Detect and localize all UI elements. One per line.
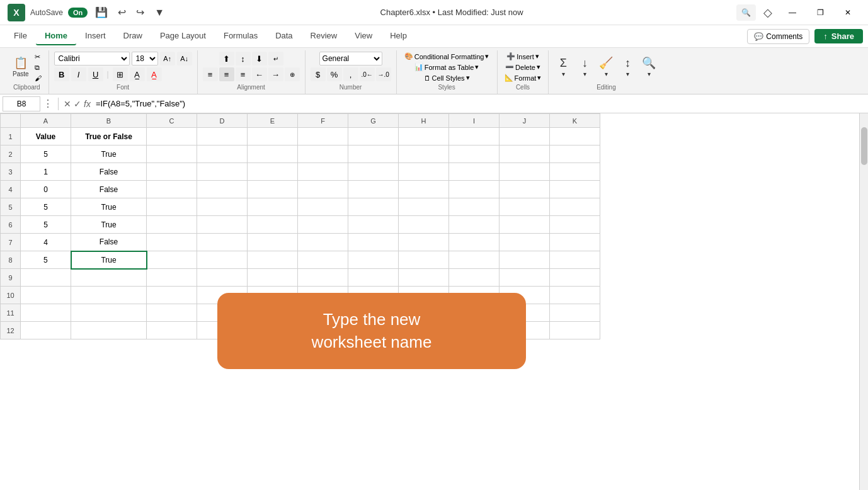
cell-H8[interactable] bbox=[399, 251, 449, 269]
cell-K9[interactable] bbox=[550, 269, 600, 287]
minimize-button[interactable]: — bbox=[780, 3, 805, 22]
formula-input[interactable] bbox=[93, 96, 865, 111]
cell-E12[interactable] bbox=[248, 322, 298, 339]
col-header-A[interactable]: A bbox=[21, 114, 71, 128]
cell-A5[interactable]: 5 bbox=[21, 198, 71, 216]
cell-J11[interactable] bbox=[500, 304, 550, 322]
cell-B5[interactable]: True bbox=[71, 198, 147, 216]
underline-button[interactable]: U bbox=[88, 67, 103, 81]
col-header-I[interactable]: I bbox=[449, 114, 500, 128]
col-header-B[interactable]: B bbox=[71, 114, 147, 128]
row-header-12[interactable]: 12 bbox=[1, 322, 21, 339]
cell-J1[interactable] bbox=[500, 128, 550, 145]
cell-E1[interactable] bbox=[248, 128, 298, 145]
font-color-button[interactable]: A̲ bbox=[147, 67, 162, 81]
align-center-button[interactable]: ≡ bbox=[219, 67, 234, 81]
cell-D7[interactable] bbox=[197, 234, 248, 251]
cell-A6[interactable]: 5 bbox=[21, 216, 71, 234]
cell-E7[interactable] bbox=[248, 234, 298, 251]
cell-A2[interactable]: 5 bbox=[21, 145, 71, 163]
col-header-D[interactable]: D bbox=[197, 114, 248, 128]
row-header-8[interactable]: 8 bbox=[1, 251, 21, 269]
formula-bar-more-icon[interactable]: ⋮ bbox=[43, 98, 53, 110]
formula-confirm-icon[interactable]: ✓ bbox=[74, 99, 81, 109]
cell-D3[interactable] bbox=[197, 163, 248, 181]
search-box[interactable]: 🔍 bbox=[736, 4, 756, 21]
cell-E9[interactable] bbox=[248, 269, 298, 287]
col-header-F[interactable]: F bbox=[298, 114, 348, 128]
font-family-select[interactable]: Calibri bbox=[54, 52, 130, 66]
cell-H1[interactable] bbox=[399, 128, 449, 145]
font-size-select[interactable]: 18 bbox=[132, 52, 158, 66]
row-header-5[interactable]: 5 bbox=[1, 198, 21, 216]
cell-J7[interactable] bbox=[500, 234, 550, 251]
cell-J5[interactable] bbox=[500, 198, 550, 216]
cell-F7[interactable] bbox=[298, 234, 348, 251]
decrease-decimal-button[interactable]: .0← bbox=[360, 67, 375, 81]
cell-J8[interactable] bbox=[500, 251, 550, 269]
cell-G1[interactable] bbox=[348, 128, 399, 145]
cell-C11[interactable] bbox=[147, 304, 197, 322]
cell-B3[interactable]: False bbox=[71, 163, 147, 181]
row-header-3[interactable]: 3 bbox=[1, 163, 21, 181]
currency-button[interactable]: $ bbox=[311, 67, 326, 81]
cell-D11[interactable] bbox=[197, 304, 248, 322]
cell-K11[interactable] bbox=[550, 304, 600, 322]
cell-I5[interactable] bbox=[449, 198, 500, 216]
cell-B8[interactable]: True bbox=[71, 251, 147, 269]
cell-C2[interactable] bbox=[147, 145, 197, 163]
cell-F11[interactable] bbox=[298, 304, 348, 322]
paste-button[interactable]: 📋 Paste bbox=[10, 55, 31, 79]
cell-K12[interactable] bbox=[550, 322, 600, 339]
cell-A4[interactable]: 0 bbox=[21, 181, 71, 198]
italic-button[interactable]: I bbox=[71, 67, 86, 81]
sort-filter-button[interactable]: ↕ ▾ bbox=[618, 55, 637, 79]
menu-tab-insert[interactable]: Insert bbox=[76, 27, 115, 45]
cell-K6[interactable] bbox=[550, 216, 600, 234]
cell-J6[interactable] bbox=[500, 216, 550, 234]
row-header-2[interactable]: 2 bbox=[1, 145, 21, 163]
cell-A7[interactable]: 4 bbox=[21, 234, 71, 251]
cell-J9[interactable] bbox=[500, 269, 550, 287]
align-bottom-button[interactable]: ⬇ bbox=[252, 52, 267, 66]
cell-G3[interactable] bbox=[348, 163, 399, 181]
clear-button[interactable]: 🧹 ▾ bbox=[597, 55, 615, 79]
cell-I3[interactable] bbox=[449, 163, 500, 181]
cell-F12[interactable] bbox=[298, 322, 348, 339]
cell-F3[interactable] bbox=[298, 163, 348, 181]
cell-F8[interactable] bbox=[298, 251, 348, 269]
cell-F5[interactable] bbox=[298, 198, 348, 216]
cell-G6[interactable] bbox=[348, 216, 399, 234]
cell-D2[interactable] bbox=[197, 145, 248, 163]
share-button[interactable]: ↑ Share bbox=[814, 29, 863, 43]
menu-tab-review[interactable]: Review bbox=[302, 27, 346, 45]
cell-F1[interactable] bbox=[298, 128, 348, 145]
cell-H2[interactable] bbox=[399, 145, 449, 163]
cell-C3[interactable] bbox=[147, 163, 197, 181]
conditional-formatting-button[interactable]: 🎨 Conditional Formatting ▾ bbox=[403, 52, 491, 61]
increase-font-button[interactable]: A↑ bbox=[160, 52, 175, 66]
cell-F6[interactable] bbox=[298, 216, 348, 234]
cell-A12[interactable] bbox=[21, 322, 71, 339]
cell-C9[interactable] bbox=[147, 269, 197, 287]
delete-button[interactable]: ➖ Delete ▾ bbox=[503, 62, 542, 72]
cell-K8[interactable] bbox=[550, 251, 600, 269]
format-painter-button[interactable]: 🖌 bbox=[33, 74, 43, 83]
cell-H4[interactable] bbox=[399, 181, 449, 198]
cell-H9[interactable] bbox=[399, 269, 449, 287]
cell-G2[interactable] bbox=[348, 145, 399, 163]
sum-button[interactable]: Σ ▾ bbox=[554, 55, 573, 79]
cell-H3[interactable] bbox=[399, 163, 449, 181]
cell-F4[interactable] bbox=[298, 181, 348, 198]
cell-F2[interactable] bbox=[298, 145, 348, 163]
align-top-button[interactable]: ⬆ bbox=[219, 52, 234, 66]
cell-G11[interactable] bbox=[348, 304, 399, 322]
cell-J3[interactable] bbox=[500, 163, 550, 181]
bold-button[interactable]: B bbox=[54, 67, 69, 81]
cell-J12[interactable] bbox=[500, 322, 550, 339]
row-header-10[interactable]: 10 bbox=[1, 287, 21, 304]
col-header-H[interactable]: H bbox=[399, 114, 449, 128]
cell-G7[interactable] bbox=[348, 234, 399, 251]
cell-J10[interactable] bbox=[500, 287, 550, 304]
cell-G12[interactable] bbox=[348, 322, 399, 339]
